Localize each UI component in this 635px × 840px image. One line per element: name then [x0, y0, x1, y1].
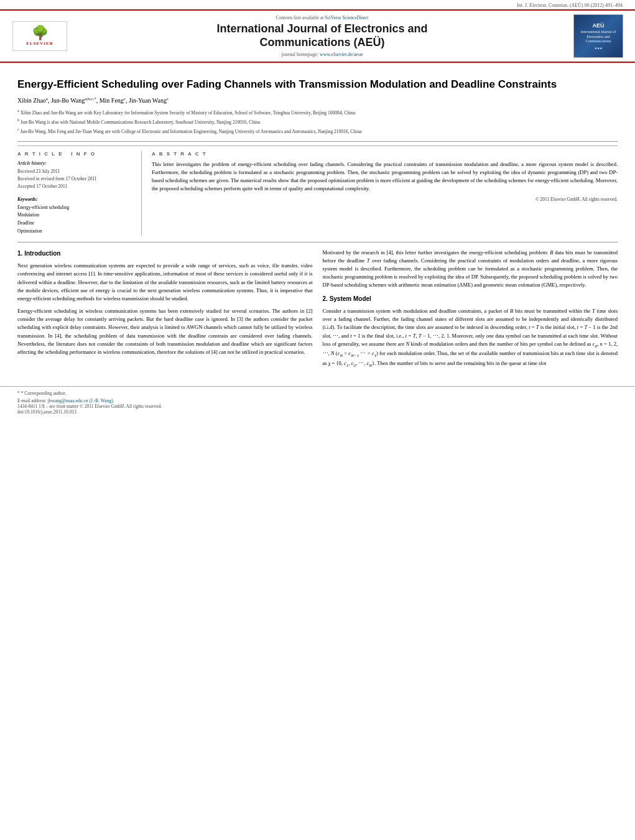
article-info-abstract: A R T I C L E I N F O Article history: R…: [17, 145, 618, 236]
author-3: Min Fengc: [100, 97, 126, 104]
history-label: Article history:: [17, 160, 134, 166]
abstract-col: A B S T R A C T This letter investigates…: [152, 151, 618, 236]
journal-title: International Journal of Electronics and…: [77, 22, 567, 49]
motivated-para: Motivated by the research in [4], this l…: [323, 249, 618, 290]
footer-issn: 1434-8411 1/$ – see front matter © 2011 …: [17, 404, 162, 409]
keywords-section: Keywords: Energy-efficient scheduling Mo…: [17, 196, 134, 236]
page: Int. J. Electron. Commun. (AEÜ) 66 (2012…: [0, 0, 635, 840]
sciverse-prefix: Contents lists available at: [276, 15, 324, 21]
sciverse-link[interactable]: SciVerse ScienceDirect: [325, 15, 368, 21]
section2-title-text: System Model: [330, 295, 371, 302]
section1-title: 1. Introduction: [17, 249, 313, 259]
email-value: jbwang@nuaa.edu.cn (J.-B. Wang).: [48, 398, 114, 404]
article-title: Energy-Efficient Scheduling over Fading …: [17, 78, 618, 91]
section1-number: 1.: [17, 250, 22, 257]
intro-para-1: Next generation wireless communication s…: [17, 262, 313, 303]
intro-para-2: Energy-efficient scheduling in wireless …: [17, 307, 313, 356]
keyword-1: Energy-efficient scheduling: [17, 204, 134, 212]
aeu-logo-box: AEÜ International Journal of Electronics…: [573, 14, 623, 58]
divider-1: [17, 141, 618, 142]
keywords-label: Keywords:: [17, 196, 134, 202]
copyright-line: © 2011 Elsevier GmbH. All rights reserve…: [152, 196, 618, 202]
revised-date: Received in revised form 17 October 2011: [17, 175, 134, 183]
citation-text: Int. J. Electron. Commun. (AEÜ) 66 (2012…: [517, 2, 623, 8]
journal-header: 🌳 ELSEVIER Contents lists available at S…: [0, 9, 635, 63]
aeu-logo-area: AEÜ International Journal of Electronics…: [573, 14, 626, 58]
keyword-3: Deadline: [17, 219, 134, 228]
author-2: Jun-Bo Wanga,b,c,*: [51, 97, 96, 104]
affiliation-b: b Jun-Bo Wang is also with National Mobi…: [17, 117, 618, 126]
homepage-link[interactable]: www.elsevier.de/aeue: [320, 52, 363, 57]
journal-title-block: Contents lists available at SciVerse Sci…: [71, 15, 573, 57]
article-info-header: A R T I C L E I N F O: [17, 151, 134, 157]
elsevier-tree-icon: 🌳: [32, 26, 49, 40]
article-info-col: A R T I C L E I N F O Article history: R…: [17, 151, 142, 236]
affiliations: a Xibin Zhao and Jun-Bo Wang are with Ke…: [17, 108, 618, 134]
aeu-logo-decoration: ■ ■ ■: [595, 47, 602, 50]
footnote-star-symbol: *: [17, 390, 20, 396]
elsevier-logo-box: 🌳 ELSEVIER: [12, 21, 67, 51]
keyword-2: Modulation: [17, 211, 134, 219]
body-columns: 1. Introduction Next generation wireless…: [17, 242, 618, 374]
accepted-date: Accepted 17 October 2011: [17, 183, 134, 190]
affiliation-a: a Xibin Zhao and Jun-Bo Wang are with Ke…: [17, 108, 618, 116]
aeu-logo-title: AEÜ: [592, 22, 604, 29]
footer-doi: doi:10.1016/j.aeue.2011.10.013: [17, 409, 162, 415]
body-col-left: 1. Introduction Next generation wireless…: [17, 249, 313, 374]
abstract-header: A B S T R A C T: [152, 151, 618, 157]
author-4: Jin-Yuan Wangc: [129, 97, 169, 104]
email-label: E-mail address:: [17, 398, 47, 404]
elsevier-logo: 🌳 ELSEVIER: [9, 21, 71, 51]
section2-title: 2. System Model: [323, 294, 618, 304]
author-1: Xibin Zhaoa: [17, 97, 48, 104]
section2-number: 2.: [323, 295, 328, 302]
article-history: Article history: Received 23 July 2011 R…: [17, 160, 134, 190]
journal-title-line1: International Journal of Electronics and: [216, 22, 427, 35]
abstract-text: This letter investigates the problem of …: [152, 160, 618, 193]
then-text: then: [478, 341, 488, 347]
footnote-star: * * Corresponding author.: [17, 390, 162, 396]
authors-line: Xibin Zhaoa, Jun-Bo Wanga,b,c,*, Min Fen…: [17, 96, 618, 104]
elsevier-wordmark: ELSEVIER: [26, 41, 53, 46]
homepage-label: journal homepage:: [281, 52, 318, 57]
main-content: Energy-Efficient Scheduling over Fading …: [0, 63, 635, 380]
page-footer: * * Corresponding author. E-mail address…: [0, 386, 635, 418]
journal-homepage: journal homepage: www.elsevier.de/aeue: [77, 52, 567, 57]
received-date: Received 23 July 2011: [17, 168, 134, 175]
citation-bar: Int. J. Electron. Commun. (AEÜ) 66 (2012…: [0, 0, 635, 9]
footnote-star-text: * Corresponding author.: [21, 390, 67, 396]
keyword-4: Optimization: [17, 228, 134, 236]
footer-left: * * Corresponding author. E-mail address…: [17, 390, 162, 415]
body-col-right: Motivated by the research in [4], this l…: [323, 249, 618, 374]
journal-title-line2: Communications (AEÜ): [259, 36, 384, 48]
affiliation-c: c Jun-Bo Wang, Min Feng and Jin-Yuan Wan…: [17, 126, 618, 135]
system-model-para: Consider a transmission system with modu…: [323, 307, 618, 369]
section1-title-text: Introduction: [24, 250, 60, 257]
footnote-email: E-mail address: jbwang@nuaa.edu.cn (J.-B…: [17, 398, 162, 404]
aeu-logo-subtitle: International Journal of Electronics and…: [577, 30, 620, 44]
sciverse-line: Contents lists available at SciVerse Sci…: [77, 15, 567, 21]
